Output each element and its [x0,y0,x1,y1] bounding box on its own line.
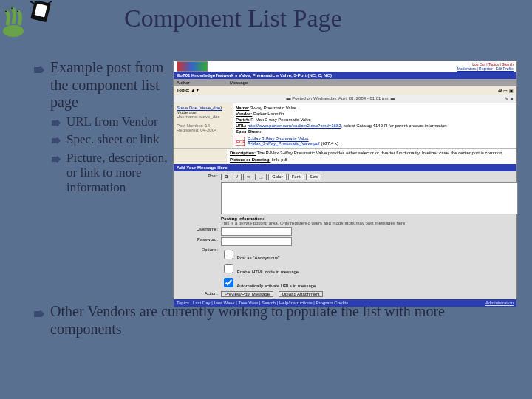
delete-icon: ✖ [510,97,514,101]
preview-button[interactable]: Preview/Post Message [221,291,273,297]
color-select[interactable]: -Color- [268,174,286,180]
options-label: Options: [177,248,218,290]
action-label: Action: [177,291,218,297]
italic-button[interactable]: I [233,174,242,180]
bold-button[interactable]: B [221,174,231,180]
bullet-arrow-icon [52,156,61,163]
breadcrumb: BoT01 Knowledge Network » Valve, Pneumat… [174,72,516,79]
opt-html[interactable] [224,264,233,273]
username-input[interactable] [221,227,292,236]
opt-anonymous[interactable] [224,250,233,259]
size-select[interactable]: -Size- [306,174,322,180]
slide-clipart [3,1,55,40]
svg-marker-13 [52,120,61,126]
options-group: Post as "Anonymous" Enable HTML code in … [221,248,514,290]
font-select[interactable]: -Font- [288,174,304,180]
opt-autourl[interactable] [224,278,233,287]
svg-marker-15 [52,156,61,163]
message-cell: Name: 3-way Pneumatic Valve Vendor: Park… [233,103,516,148]
svg-line-2 [28,1,34,4]
password-label: Password: [177,237,218,246]
slide-title: Component List Page [124,4,342,33]
svg-point-7 [10,7,14,10]
bullet-column: Example post from the component list pag… [34,59,168,199]
topic-toolbar: Topic: ▲▼ 🖶 ▭ ▣ [174,86,516,95]
pdf-icon: PDF [236,137,245,146]
svg-point-11 [17,10,18,12]
post-row: Steve Doe (steve_doe) Moderator Username… [174,103,516,148]
doc-icon: ▭ [503,89,508,93]
header-links: Log Out | Topics | Search Moderators | R… [457,62,514,71]
add-message-bar: Add Your Message Here [174,164,516,171]
svg-point-10 [11,7,13,9]
footer-bullet-row: Other Vendors are currently working to p… [34,303,507,341]
svg-marker-12 [34,66,44,73]
post-form: Post: B I ∞ ▭ -Color- -Font- -Size- Post… [174,171,516,299]
close-icon: ▣ [509,89,514,93]
svg-marker-14 [52,137,61,144]
description-row: Description: The R-Max 3-Way Pneumatic V… [174,148,516,164]
bullet-arrow-icon [34,66,44,73]
svg-marker-16 [34,310,44,317]
svg-point-6 [5,10,9,14]
bullet-arrow-icon [52,137,61,144]
forum-footer: Topics | Last Day | Last Week | Tree Vie… [174,299,516,307]
post-textarea[interactable] [221,182,518,214]
bullet-main: Example post from the component list pag… [50,59,168,112]
print-icon: 🖶 [498,89,502,93]
forum-logo [177,61,208,72]
footer-text: Other Vendors are currently working to p… [50,303,507,338]
bullet-arrow-icon [52,120,61,126]
edit-icon: ✎ [505,97,508,101]
bullet-sub: Spec. sheet or link [66,132,160,147]
svg-point-9 [5,10,7,12]
bullet-sub: Picture, description, or link to more in… [66,151,168,196]
bullet-sub: URL from Vendor [66,115,158,129]
svg-text:PDF: PDF [236,140,245,144]
column-headers: Author Message [174,79,516,86]
editor-toolbar: B I ∞ ▭ -Color- -Font- -Size- [221,174,514,180]
image-button[interactable]: ▭ [255,174,267,180]
author-cell: Steve Doe (steve_doe) Moderator Username… [174,103,233,148]
username-label: Username: [177,227,218,236]
bullet-arrow-icon [34,310,44,317]
posted-line: ▬ Posted on Wednesday, April 28, 2004 - … [174,95,516,103]
svg-point-8 [17,10,21,14]
password-input[interactable] [221,237,292,246]
forum-screenshot: Log Out | Topics | Search Moderators | R… [173,61,517,297]
post-label: Post: [177,174,218,215]
upload-button[interactable]: Upload Attachment [279,291,324,297]
svg-point-5 [3,25,24,37]
link-button[interactable]: ∞ [243,174,253,180]
